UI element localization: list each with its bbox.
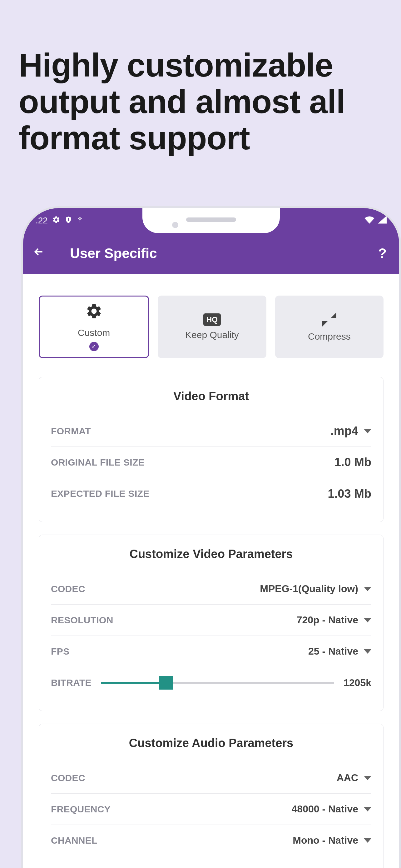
resolution-row[interactable]: RESOLUTION 720p - Native	[51, 604, 371, 636]
original-size-value: 1.0 Mb	[334, 456, 371, 469]
video-format-title: Video Format	[51, 390, 371, 403]
chevron-down-icon	[364, 649, 371, 654]
video-codec-label: CODEC	[51, 584, 85, 594]
tab-custom-label: Custom	[78, 328, 110, 338]
channel-value: Mono - Native	[293, 835, 358, 846]
resolution-value: 720p - Native	[297, 614, 358, 626]
video-bitrate-label: BITRATE	[51, 677, 92, 688]
video-bitrate-value: 1205k	[343, 677, 371, 689]
audio-codec-row[interactable]: CODEC AAC	[51, 763, 371, 794]
chevron-down-icon	[364, 429, 371, 433]
phone-mockup: .22 User Specific ?	[21, 206, 401, 868]
cell-signal-icon	[378, 216, 387, 226]
tab-compress-label: Compress	[308, 331, 351, 342]
audio-bitrate-label: BITRATE	[51, 866, 92, 868]
fps-label: FPS	[51, 646, 69, 657]
chevron-down-icon	[364, 776, 371, 780]
gear-icon	[85, 303, 103, 324]
chevron-down-icon	[364, 807, 371, 811]
expected-size-label: EXPECTED FILE SIZE	[51, 488, 149, 499]
original-size-row: ORIGINAL FILE SIZE 1.0 Mb	[51, 447, 371, 478]
frequency-value: 48000 - Native	[292, 803, 358, 815]
tab-compress[interactable]: Compress	[275, 296, 383, 358]
format-row[interactable]: FORMAT .mp4	[51, 415, 371, 447]
promo-headline: Highly customizable output and almost al…	[0, 0, 401, 175]
original-size-label: ORIGINAL FILE SIZE	[51, 457, 144, 468]
compress-icon	[321, 312, 337, 328]
resolution-label: RESOLUTION	[51, 615, 113, 625]
format-label: FORMAT	[51, 426, 91, 436]
audio-codec-label: CODEC	[51, 773, 85, 783]
content-area: Custom ✓ HQ Keep Quality Compress Video …	[23, 274, 399, 868]
tab-keep-quality-label: Keep Quality	[185, 330, 239, 340]
tab-custom[interactable]: Custom ✓	[39, 296, 149, 358]
video-bitrate-row: BITRATE 1205k	[51, 667, 371, 698]
video-codec-row[interactable]: CODEC MPEG-1(Quality low)	[51, 574, 371, 604]
format-value: .mp4	[330, 424, 358, 438]
video-params-card: Customize Video Parameters CODEC MPEG-1(…	[39, 535, 383, 711]
video-params-title: Customize Video Parameters	[51, 548, 371, 561]
svg-point-0	[68, 219, 69, 220]
frequency-label: FREQUENCY	[51, 804, 110, 814]
fps-value: 25 - Native	[308, 646, 358, 657]
audio-params-card: Customize Audio Parameters CODEC AAC FRE…	[39, 724, 383, 868]
wifi-icon	[364, 216, 375, 226]
video-bitrate-slider[interactable]	[101, 682, 334, 684]
shield-icon	[65, 216, 72, 226]
help-button[interactable]: ?	[378, 246, 387, 261]
page-title: User Specific	[70, 246, 157, 261]
app-bar: User Specific ?	[23, 233, 399, 274]
chevron-down-icon	[364, 618, 371, 622]
mode-tabs: Custom ✓ HQ Keep Quality Compress	[39, 296, 383, 358]
expected-size-value: 1.03 Mb	[328, 487, 371, 501]
frequency-row[interactable]: FREQUENCY 48000 - Native	[51, 794, 371, 825]
hq-icon: HQ	[203, 313, 221, 326]
svg-point-1	[79, 217, 81, 219]
check-icon: ✓	[89, 342, 99, 351]
channel-label: CHANNEL	[51, 835, 97, 846]
phone-notch	[142, 208, 280, 233]
slider-thumb[interactable]	[159, 676, 173, 690]
video-codec-value: MPEG-1(Quality low)	[260, 583, 358, 595]
audio-bitrate-value: 384k - Native	[297, 866, 358, 868]
channel-row[interactable]: CHANNEL Mono - Native	[51, 825, 371, 856]
audio-bitrate-row[interactable]: BITRATE 384k - Native	[51, 856, 371, 868]
chevron-down-icon	[364, 838, 371, 843]
video-format-card: Video Format FORMAT .mp4 ORIGINAL FILE S…	[39, 377, 383, 522]
tab-keep-quality[interactable]: HQ Keep Quality	[158, 296, 266, 358]
fps-row[interactable]: FPS 25 - Native	[51, 636, 371, 667]
chevron-down-icon	[364, 587, 371, 591]
settings-icon	[52, 216, 60, 226]
expected-size-row: EXPECTED FILE SIZE 1.03 Mb	[51, 478, 371, 509]
audio-codec-value: AAC	[337, 772, 358, 784]
audio-params-title: Customize Audio Parameters	[51, 737, 371, 750]
location-icon	[76, 216, 83, 226]
status-time: .22	[36, 216, 48, 226]
back-button[interactable]	[32, 246, 45, 261]
